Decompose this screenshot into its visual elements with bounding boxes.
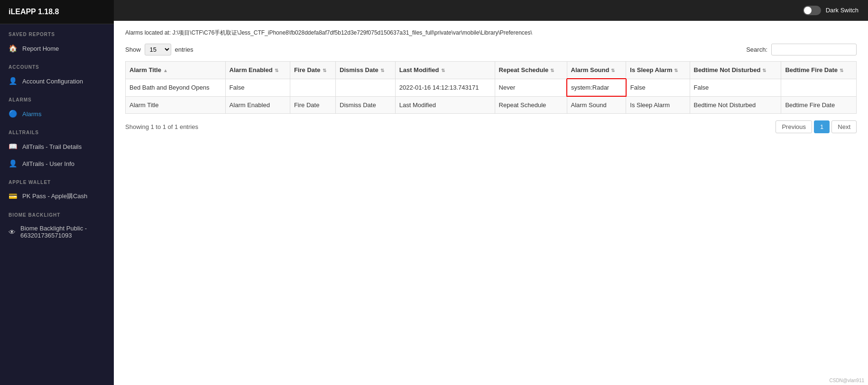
alltrails-trail-details-icon: 📖	[9, 142, 18, 151]
col-header-repeat-schedule[interactable]: Repeat Schedule ⇅	[495, 62, 567, 79]
sort-icon: ⇅	[762, 68, 766, 73]
main-area: Dark Switch Alarms located at: J:\项目\CTF…	[114, 0, 868, 385]
table-footer-row: Alarm TitleAlarm EnabledFire DateDismiss…	[126, 96, 857, 114]
footer-cell-8: Bedtime Not Disturbed	[690, 96, 781, 114]
sidebar-item-account-configuration[interactable]: 👤Account Configuration	[0, 73, 114, 90]
col-header-alarm-sound[interactable]: Alarm Sound ⇅	[567, 62, 626, 79]
sidebar-section-label: ALARMS	[0, 90, 114, 105]
search-input[interactable]	[771, 44, 857, 55]
alltrails-user-info-label: AllTrails - User Info	[22, 160, 74, 167]
cell-dismiss_date	[336, 79, 396, 96]
search-area: Search:	[746, 44, 857, 55]
sort-icon: ⇅	[840, 68, 843, 73]
table-controls: Show 510152550100 entries Search:	[125, 44, 857, 55]
alltrails-user-info-icon: 👤	[9, 159, 18, 168]
col-header-bedtime-not-disturbed[interactable]: Bedtime Not Disturbed ⇅	[690, 62, 781, 79]
account-configuration-label: Account Configuration	[22, 78, 83, 85]
table-row: Bed Bath and Beyond OpensFalse2022-01-16…	[126, 79, 857, 96]
sort-icon: ⇅	[611, 68, 615, 73]
sort-icon: ⇅	[275, 68, 278, 73]
watermark: CSDN@vlan911	[829, 378, 864, 383]
col-header-alarm-enabled[interactable]: Alarm Enabled ⇅	[225, 62, 290, 79]
sort-icon: ⇅	[380, 68, 384, 73]
cell-alarm_sound: system:Radar	[567, 79, 626, 96]
dark-switch-toggle[interactable]	[803, 6, 821, 15]
cell-is_sleep_alarm: False	[626, 79, 690, 96]
alarms-table: Alarm Title ▲Alarm Enabled ⇅Fire Date ⇅D…	[125, 61, 857, 114]
sidebar-section-label: SAVED REPORTS	[0, 24, 114, 40]
cell-alarm_enabled: False	[225, 79, 290, 96]
footer-cell-3: Dismiss Date	[336, 96, 396, 114]
alarms-icon: 🔵	[9, 110, 18, 118]
sidebar-item-pk-pass[interactable]: 💳PK Pass - Apple購Cash	[0, 188, 114, 205]
pk-pass-icon: 💳	[9, 192, 18, 201]
cell-last_modified: 2022-01-16 14:12:13.743171	[395, 79, 495, 96]
footer-cell-5: Repeat Schedule	[495, 96, 567, 114]
cell-bedtime_fire_date	[781, 79, 857, 96]
cell-repeat_schedule: Never	[495, 79, 567, 96]
showing-text: Showing 1 to 1 of 1 entries	[125, 123, 198, 130]
sidebar-item-alarms[interactable]: 🔵Alarms	[0, 105, 114, 122]
footer-cell-0: Alarm Title	[126, 96, 226, 114]
sort-icon: ⇅	[441, 68, 445, 73]
sort-icon: ⇅	[550, 68, 554, 73]
col-header-dismiss-date[interactable]: Dismiss Date ⇅	[336, 62, 396, 79]
footer-cell-2: Fire Date	[290, 96, 335, 114]
path-info: Alarms located at: J:\项目\CTF\C76手机取证\Jes…	[125, 28, 857, 37]
report-home-label: Report Home	[22, 45, 59, 52]
account-configuration-icon: 👤	[9, 77, 18, 85]
cell-bedtime_not_disturbed: False	[690, 79, 781, 96]
show-label: Show	[125, 46, 141, 53]
col-header-bedtime-fire-date[interactable]: Bedtime Fire Date ⇅	[781, 62, 857, 79]
pagination: Previous1Next	[776, 120, 857, 133]
page-button-1[interactable]: 1	[814, 120, 830, 133]
topbar: Dark Switch	[114, 0, 868, 21]
sidebar-section-label: ACCOUNTS	[0, 57, 114, 73]
pk-pass-label: PK Pass - Apple購Cash	[22, 192, 87, 201]
report-home-icon: 🏠	[9, 44, 18, 53]
next-button[interactable]: Next	[831, 120, 857, 133]
footer-cell-7: Is Sleep Alarm	[626, 96, 690, 114]
sidebar: iLEAPP 1.18.8 SAVED REPORTS🏠Report HomeA…	[0, 0, 114, 385]
content-area: Alarms located at: J:\项目\CTF\C76手机取证\Jes…	[114, 21, 868, 385]
cell-alarm_title: Bed Bath and Beyond Opens	[126, 79, 226, 96]
sort-icon: ⇅	[674, 68, 678, 73]
footer-cell-4: Last Modified	[395, 96, 495, 114]
col-header-is-sleep-alarm[interactable]: Is Sleep Alarm ⇅	[626, 62, 690, 79]
col-header-alarm-title[interactable]: Alarm Title ▲	[126, 62, 226, 79]
alltrails-trail-details-label: AllTrails - Trail Details	[22, 143, 82, 150]
dark-switch-label: Dark Switch	[826, 7, 859, 14]
alarms-label: Alarms	[22, 110, 41, 118]
sidebar-section-label: APPLE WALLET	[0, 172, 114, 188]
sort-asc-icon: ▲	[163, 68, 168, 73]
sidebar-section-label: BIOME BACKLIGHT	[0, 205, 114, 220]
sidebar-item-alltrails-trail-details[interactable]: 📖AllTrails - Trail Details	[0, 138, 114, 155]
sort-icon: ⇅	[323, 68, 326, 73]
sidebar-section-label: ALLTRAILS	[0, 122, 114, 138]
col-header-last-modified[interactable]: Last Modified ⇅	[395, 62, 495, 79]
biome-backlight-icon: 👁	[9, 228, 16, 236]
app-title: iLEAPP 1.18.8	[0, 0, 114, 24]
footer-cell-6: Alarm Sound	[567, 96, 626, 114]
show-entries: Show 510152550100 entries	[125, 44, 194, 55]
sidebar-item-report-home[interactable]: 🏠Report Home	[0, 40, 114, 57]
cell-fire_date	[290, 79, 335, 96]
entries-label: entries	[175, 46, 194, 53]
biome-backlight-label: Biome Backlight Public - 663201736571093	[20, 225, 105, 239]
sidebar-item-alltrails-user-info[interactable]: 👤AllTrails - User Info	[0, 155, 114, 172]
col-header-fire-date[interactable]: Fire Date ⇅	[290, 62, 335, 79]
footer-cell-1: Alarm Enabled	[225, 96, 290, 114]
previous-button[interactable]: Previous	[776, 120, 812, 133]
search-label: Search:	[746, 46, 767, 53]
sidebar-item-biome-backlight[interactable]: 👁Biome Backlight Public - 66320173657109…	[0, 220, 114, 243]
footer-cell-9: Bedtime Fire Date	[781, 96, 857, 114]
table-footer: Showing 1 to 1 of 1 entries Previous1Nex…	[125, 120, 857, 133]
entries-select[interactable]: 510152550100	[145, 44, 171, 55]
